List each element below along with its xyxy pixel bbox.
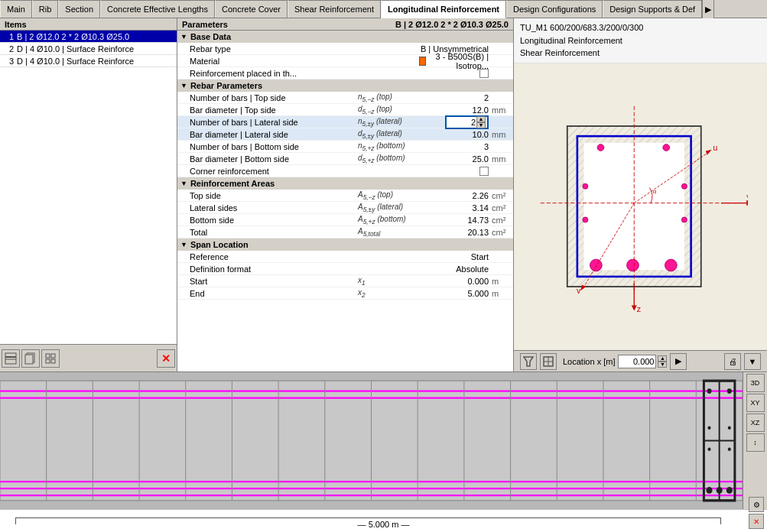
view-section-button[interactable] — [540, 353, 557, 370]
viz-title: TU_M1 600/200/683.3/200/0/300 — [520, 21, 761, 34]
items-toolbar: ✕ — [0, 344, 177, 371]
location-value-input[interactable] — [618, 355, 656, 368]
num-bars-lateral-input-box: ▲ ▼ — [445, 115, 489, 129]
param-area-total: Total A5,total 20.13 cm² — [177, 226, 513, 238]
svg-marker-27 — [631, 306, 636, 311]
filter-button[interactable] — [520, 353, 537, 370]
tab-design-supports[interactable]: Design Supports & Def — [603, 0, 702, 18]
expand-icon: ▼ — [180, 33, 187, 41]
bottom-close-button[interactable]: ✕ — [749, 514, 764, 529]
param-num-bars-bottom: Number of bars | Bottom side n5,+z (bott… — [177, 141, 513, 153]
param-dia-bars-bottom: Bar diameter | Bottom side d5,+z (bottom… — [177, 153, 513, 165]
reinforcement-placed-checkbox[interactable] — [479, 69, 489, 78]
svg-point-19 — [582, 217, 587, 222]
svg-point-21 — [681, 217, 687, 222]
param-num-bars-top: Number of bars | Top side n5,−z (top) 2 — [177, 92, 513, 104]
scale-label: — 5.000 m — — [358, 520, 410, 529]
beam-view: 3D XY XZ ↕ — [0, 372, 767, 509]
tab-scroll-right[interactable]: ▶ — [702, 0, 714, 18]
params-header: Parameters B | 2 Ø12.0 2 * 2 Ø10.3 Ø25.0 — [177, 18, 513, 31]
print-button[interactable]: 🖨 — [724, 353, 741, 370]
svg-point-13 — [597, 144, 604, 151]
viz-drawing: y z u v α — [514, 63, 767, 351]
param-area-lateral: Lateral sides A5,±y (lateral) 3.14 cm² — [177, 202, 513, 214]
more-options-button[interactable]: ▼ — [744, 353, 761, 370]
bottom-area: 3D XY XZ ↕ — 5.000 m — ⚙ ✕ — [0, 371, 767, 532]
expand-span-icon: ▼ — [180, 241, 187, 248]
param-definition-format: Definition format Absolute — [177, 263, 513, 275]
material-color-icon — [419, 57, 426, 66]
params-title: Parameters — [182, 20, 228, 29]
tab-shear-reinforcement[interactable]: Shear Reinforcement — [288, 0, 381, 18]
tab-bar: Main Rib Section Concrete Effective Leng… — [0, 0, 767, 18]
tab-design-configurations[interactable]: Design Configurations — [506, 0, 603, 18]
svg-point-20 — [681, 184, 687, 190]
location-spin-down[interactable]: ▼ — [658, 362, 667, 368]
svg-text:v: v — [577, 286, 581, 295]
svg-rect-7 — [46, 359, 50, 363]
param-area-bottom: Bottom side A5,+z (bottom) 14.73 cm² — [177, 214, 513, 226]
viz-info: TU_M1 600/200/683.3/200/0/300 Longitudin… — [514, 18, 767, 63]
param-material: Material 3 - B500S(B) | Isotrop... — [177, 55, 513, 67]
settings-button[interactable] — [41, 349, 60, 368]
beam-xz-button[interactable]: XZ — [746, 414, 765, 432]
items-row-3[interactable]: 3 D | 4 Ø10.0 | Surface Reinforce — [0, 55, 177, 67]
scale-tick-left — [15, 518, 16, 524]
param-reference: Reference Start — [177, 251, 513, 263]
beam-xy-button[interactable]: XY — [746, 394, 765, 412]
viz-subtitle2: Shear Reinforcement — [520, 47, 761, 60]
svg-point-70 — [726, 487, 733, 494]
scale-tick-right — [720, 518, 721, 524]
svg-point-16 — [626, 259, 639, 271]
add-item-button[interactable] — [2, 349, 20, 368]
svg-marker-37 — [524, 357, 533, 366]
svg-rect-5 — [46, 354, 50, 358]
location-label: Location x [m] — [563, 357, 615, 366]
tab-section[interactable]: Section — [58, 0, 100, 18]
beam-content — [0, 372, 743, 509]
svg-point-66 — [707, 388, 711, 394]
beam-3d-button[interactable]: 3D — [746, 374, 765, 392]
beam-svg — [0, 372, 743, 509]
svg-point-74 — [728, 447, 731, 450]
param-reinforcement-placed: Reinforcement placed in th... — [177, 67, 513, 79]
spin-up-button[interactable]: ▲ — [476, 116, 486, 122]
params-value: B | 2 Ø12.0 2 * 2 Ø10.3 Ø25.0 — [395, 20, 509, 29]
svg-point-69 — [717, 487, 723, 494]
svg-text:u: u — [713, 144, 717, 153]
section-base-data[interactable]: ▼ Base Data — [177, 31, 513, 43]
bottom-right-buttons: ⚙ ✕ — [749, 497, 764, 529]
bottom-settings-button[interactable]: ⚙ — [749, 497, 764, 512]
num-bars-lateral-input[interactable] — [448, 118, 476, 127]
viz-location-bar: Location x [m] ▲ ▼ ▶ 🖨 ▼ — [514, 350, 767, 371]
tab-concrete-cover[interactable]: Concrete Cover — [215, 0, 288, 18]
items-list: 1 B | 2 Ø12.0 2 * 2 Ø10.3 Ø25.0 2 D | 4 … — [0, 31, 177, 344]
copy-item-button[interactable] — [21, 349, 40, 368]
location-spin-up[interactable]: ▲ — [658, 355, 667, 362]
tab-concrete-effective-lengths[interactable]: Concrete Effective Lengths — [100, 0, 215, 18]
items-row-1[interactable]: 1 B | 2 Ø12.0 2 * 2 Ø10.3 Ø25.0 — [0, 31, 177, 43]
svg-point-15 — [590, 259, 602, 271]
svg-point-73 — [728, 426, 731, 429]
beam-view-button[interactable]: ↕ — [746, 433, 765, 452]
params-panel: Parameters B | 2 Ø12.0 2 * 2 Ø10.3 Ø25.0… — [177, 18, 514, 371]
tab-main[interactable]: Main — [0, 0, 32, 18]
tab-longitudinal-reinforcement[interactable]: Longitudinal Reinforcement — [381, 0, 506, 18]
corner-reinforcement-checkbox[interactable] — [479, 167, 489, 176]
section-reinforcement-areas[interactable]: ▼ Reinforcement Areas — [177, 177, 513, 190]
params-content: ▼ Base Data Rebar type B | Unsymmetrical… — [177, 31, 513, 371]
spin-down-button[interactable]: ▼ — [476, 122, 486, 128]
svg-rect-1 — [5, 356, 16, 358]
items-row-2[interactable]: 2 D | 4 Ø10.0 | Surface Reinforce — [0, 43, 177, 55]
items-panel: Items 1 B | 2 Ø12.0 2 * 2 Ø10.3 Ø25.0 2 … — [0, 18, 177, 371]
scale-line — [15, 517, 721, 518]
param-dia-bars-lateral: Bar diameter | Lateral side d5,±y (later… — [177, 128, 513, 141]
tab-rib[interactable]: Rib — [32, 0, 59, 18]
section-span-location[interactable]: ▼ Span Location — [177, 238, 513, 251]
section-rebar-parameters[interactable]: ▼ Rebar Parameters — [177, 79, 513, 92]
svg-marker-31 — [705, 150, 711, 155]
param-end: End x2 5.000 m — [177, 287, 513, 300]
delete-item-button[interactable]: ✕ — [157, 349, 175, 368]
location-nav-right[interactable]: ▶ — [670, 353, 687, 370]
param-corner-reinforcement: Corner reinforcement — [177, 165, 513, 177]
